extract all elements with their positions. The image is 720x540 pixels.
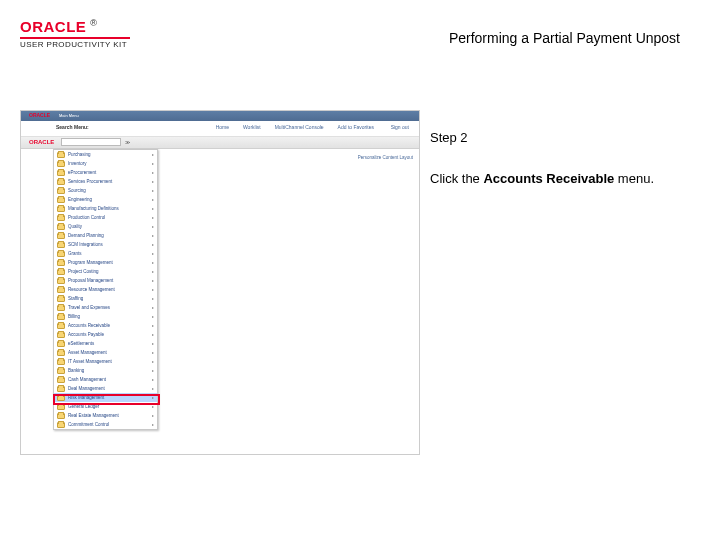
search-go-icon[interactable]: ≫	[125, 139, 130, 145]
menu-item[interactable]: Program Management▸	[54, 258, 157, 267]
menu-item[interactable]: Purchasing▸	[54, 150, 157, 159]
menu-item-label: Engineering	[68, 197, 152, 202]
folder-icon	[57, 170, 65, 176]
chevron-right-icon: ▸	[152, 368, 154, 373]
menu-item[interactable]: Engineering▸	[54, 195, 157, 204]
app-brand: ORACLE	[29, 139, 54, 145]
chevron-right-icon: ▸	[152, 215, 154, 220]
personalize-link[interactable]: Personalize Content Layout	[358, 155, 413, 160]
menu-item-label: Billing	[68, 314, 152, 319]
menu-item[interactable]: Production Control▸	[54, 213, 157, 222]
menu-item-label: eSettlements	[68, 341, 152, 346]
menu-item[interactable]: Asset Management▸	[54, 348, 157, 357]
brand-header: ORACLE ® USER PRODUCTIVITY KIT	[20, 18, 130, 49]
main-menu-dropdown: Purchasing▸Inventory▸eProcurement▸Servic…	[53, 149, 158, 430]
menu-item[interactable]: Commitment Control▸	[54, 420, 157, 429]
nav-link-fav[interactable]: Add to Favorites	[338, 124, 374, 130]
menu-item[interactable]: Project Costing▸	[54, 267, 157, 276]
nav-link-home[interactable]: Home	[216, 124, 229, 130]
folder-icon	[57, 188, 65, 194]
menu-item[interactable]: Accounts Receivable▸	[54, 321, 157, 330]
menu-item[interactable]: Banking▸	[54, 366, 157, 375]
menu-item[interactable]: IT Asset Management▸	[54, 357, 157, 366]
search-input[interactable]	[61, 138, 121, 146]
menu-item[interactable]: Proposal Management▸	[54, 276, 157, 285]
menu-item[interactable]: eProcurement▸	[54, 168, 157, 177]
folder-icon	[57, 179, 65, 185]
app-searchbar: ORACLE ≫	[21, 137, 419, 149]
menu-item[interactable]: Cash Management▸	[54, 375, 157, 384]
menu-item[interactable]: Deal Management▸	[54, 384, 157, 393]
menu-item-label: Sourcing	[68, 188, 152, 193]
folder-icon	[57, 305, 65, 311]
app-toolbar: Search Menu: Home Worklist MultiChannel …	[21, 121, 419, 137]
chevron-right-icon: ▸	[152, 377, 154, 382]
menu-item-label: Services Procurement	[68, 179, 152, 184]
menu-item[interactable]: Accounts Payable▸	[54, 330, 157, 339]
folder-icon	[57, 251, 65, 257]
menu-item[interactable]: Inventory▸	[54, 159, 157, 168]
menu-item-label: Program Management	[68, 260, 152, 265]
menu-item-label: Banking	[68, 368, 152, 373]
chevron-right-icon: ▸	[152, 152, 154, 157]
chevron-right-icon: ▸	[152, 359, 154, 364]
menu-item[interactable]: Sourcing▸	[54, 186, 157, 195]
chevron-right-icon: ▸	[152, 278, 154, 283]
menu-item[interactable]: Manufacturing Definitions▸	[54, 204, 157, 213]
menu-item-label: Production Control	[68, 215, 152, 220]
chevron-right-icon: ▸	[152, 224, 154, 229]
menu-item[interactable]: SCM Integrations▸	[54, 240, 157, 249]
folder-icon	[57, 296, 65, 302]
nav-link-mcc[interactable]: MultiChannel Console	[275, 124, 324, 130]
menu-item-label: Staffing	[68, 296, 152, 301]
menu-item-label: Asset Management	[68, 350, 152, 355]
nav-links: Home Worklist MultiChannel Console Add t…	[216, 124, 374, 130]
menu-item[interactable]: Real Estate Management▸	[54, 411, 157, 420]
menu-item[interactable]: Demand Planning▸	[54, 231, 157, 240]
menu-item-label: Cash Management	[68, 377, 152, 382]
menu-item-label: Manufacturing Definitions	[68, 206, 152, 211]
menu-item[interactable]: Services Procurement▸	[54, 177, 157, 186]
folder-icon	[57, 359, 65, 365]
nav-link-signout[interactable]: Sign out	[391, 124, 409, 130]
trademark-symbol: ®	[90, 18, 97, 28]
chevron-right-icon: ▸	[152, 422, 154, 427]
chevron-right-icon: ▸	[152, 188, 154, 193]
chevron-right-icon: ▸	[152, 179, 154, 184]
menu-item-label: Grants	[68, 251, 152, 256]
brand-word: ORACLE	[20, 18, 86, 35]
folder-icon	[57, 404, 65, 410]
folder-icon	[57, 422, 65, 428]
folder-icon	[57, 278, 65, 284]
menu-item[interactable]: Staffing▸	[54, 294, 157, 303]
folder-icon	[57, 260, 65, 266]
folder-icon	[57, 350, 65, 356]
chevron-right-icon: ▸	[152, 314, 154, 319]
chevron-right-icon: ▸	[152, 170, 154, 175]
menu-item[interactable]: Quality▸	[54, 222, 157, 231]
menu-item[interactable]: Billing▸	[54, 312, 157, 321]
product-line: USER PRODUCTIVITY KIT	[20, 40, 130, 49]
folder-icon	[57, 323, 65, 329]
nav-link-worklist[interactable]: Worklist	[243, 124, 261, 130]
chevron-right-icon: ▸	[152, 332, 154, 337]
brand-rule	[20, 37, 130, 39]
chevron-right-icon: ▸	[152, 350, 154, 355]
menu-item[interactable]: Grants▸	[54, 249, 157, 258]
chevron-right-icon: ▸	[152, 260, 154, 265]
menu-item[interactable]: Resource Management▸	[54, 285, 157, 294]
step-text-bold: Accounts Receivable	[483, 171, 614, 186]
chevron-right-icon: ▸	[152, 287, 154, 292]
folder-icon	[57, 287, 65, 293]
page-title: Performing a Partial Payment Unpost	[449, 30, 680, 46]
menu-item[interactable]: Travel and Expenses▸	[54, 303, 157, 312]
chevron-right-icon: ▸	[152, 269, 154, 274]
folder-icon	[57, 206, 65, 212]
chevron-right-icon: ▸	[152, 395, 154, 400]
menu-item[interactable]: General Ledger▸	[54, 402, 157, 411]
menu-item[interactable]: Risk Management▸	[54, 393, 157, 402]
menu-item-label: Commitment Control	[68, 422, 152, 427]
main-menu-label[interactable]: Main Menu	[59, 113, 79, 118]
menu-item[interactable]: eSettlements▸	[54, 339, 157, 348]
folder-icon	[57, 413, 65, 419]
